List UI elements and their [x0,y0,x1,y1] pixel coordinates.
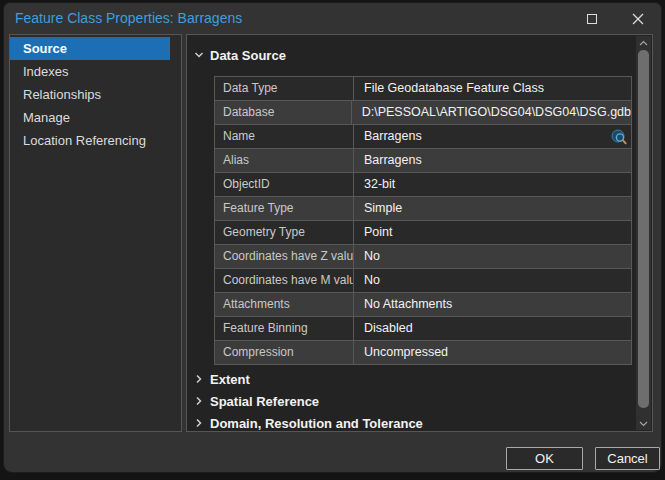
property-value: Point [354,221,631,244]
table-row: Compression Uncompressed [215,341,631,365]
maximize-button[interactable] [569,3,615,34]
sidebar-item-source[interactable]: Source [10,37,170,60]
property-label: Compression [215,341,354,364]
property-label: Coordinates have Z value [215,245,354,268]
scroll-up-button[interactable] [636,36,651,50]
table-row: ObjectID 32-bit [215,173,631,197]
table-row: Coordinates have Z value No [215,245,631,269]
table-row: Database D:\PESSOAL\ARTIGO\DSG04\DSG04\D… [215,101,631,125]
sidebar-item-location-referencing[interactable]: Location Referencing [10,129,170,152]
sidebar-item-manage[interactable]: Manage [10,106,170,129]
titlebar: Feature Class Properties: Barragens [4,3,661,34]
section-domain-resolution-tolerance[interactable]: Domain, Resolution and Tolerance [194,413,423,432]
close-icon [632,13,644,25]
property-label: Data Type [215,77,354,100]
cancel-button[interactable]: Cancel [595,447,660,470]
source-page: Data Source Data Type File Geodatabase F… [186,34,653,432]
chevron-right-icon [194,418,204,428]
scrollbar-thumb[interactable] [638,50,649,408]
property-value: No [354,245,631,268]
property-label: Database [215,101,352,124]
property-label: Feature Binning [215,317,354,340]
sidebar: Source Indexes Relationships Manage Loca… [9,34,182,432]
property-label: Attachments [215,293,354,316]
sidebar-item-indexes[interactable]: Indexes [10,60,170,83]
chevron-down-icon [639,420,648,427]
property-label: Name [215,125,354,148]
property-value: Barragens [354,125,631,148]
property-value: D:\PESSOAL\ARTIGO\DSG04\DSG04\DSG.gdb [352,101,631,124]
chevron-right-icon [194,374,204,384]
browse-magnifier-icon [611,129,628,145]
section-label: Extent [210,372,250,387]
browse-name-button[interactable] [610,128,628,145]
ok-button[interactable]: OK [506,447,583,470]
property-value: No Attachments [354,293,631,316]
chevron-right-icon [194,396,204,406]
table-row: Coordinates have M value No [215,269,631,293]
property-value: Uncompressed [354,341,631,364]
table-row: Attachments No Attachments [215,293,631,317]
chevron-up-icon [639,40,648,47]
sidebar-item-relationships[interactable]: Relationships [10,83,170,106]
property-value: Simple [354,197,631,220]
property-label: ObjectID [215,173,354,196]
vertical-scrollbar[interactable] [636,36,651,430]
section-spatial-reference[interactable]: Spatial Reference [194,391,319,411]
property-label: Coordinates have M value [215,269,354,292]
property-value: No [354,269,631,292]
table-row: Name Barragens [215,125,631,149]
chevron-down-icon [194,50,204,60]
dialog-title: Feature Class Properties: Barragens [15,3,242,34]
table-row: Feature Type Simple [215,197,631,221]
close-button[interactable] [615,3,661,34]
section-label: Domain, Resolution and Tolerance [210,416,423,431]
maximize-icon [587,14,597,24]
table-row: Alias Barragens [215,149,631,173]
feature-class-properties-dialog: Feature Class Properties: Barragens Sour… [3,2,662,473]
table-row: Data Type File Geodatabase Feature Class [215,77,631,101]
property-value: Barragens [354,149,631,172]
property-label: Geometry Type [215,221,354,244]
table-row: Feature Binning Disabled [215,317,631,341]
property-label: Feature Type [215,197,354,220]
section-label: Data Source [210,48,286,63]
window-controls [569,3,661,34]
property-label: Alias [215,149,354,172]
table-row: Geometry Type Point [215,221,631,245]
property-value: 32-bit [354,173,631,196]
section-data-source[interactable]: Data Source [194,45,286,65]
property-value: Disabled [354,317,631,340]
section-label: Spatial Reference [210,394,319,409]
property-value: File Geodatabase Feature Class [354,77,631,100]
scroll-down-button[interactable] [636,416,651,430]
data-source-table: Data Type File Geodatabase Feature Class… [214,76,632,365]
section-extent[interactable]: Extent [194,369,250,389]
